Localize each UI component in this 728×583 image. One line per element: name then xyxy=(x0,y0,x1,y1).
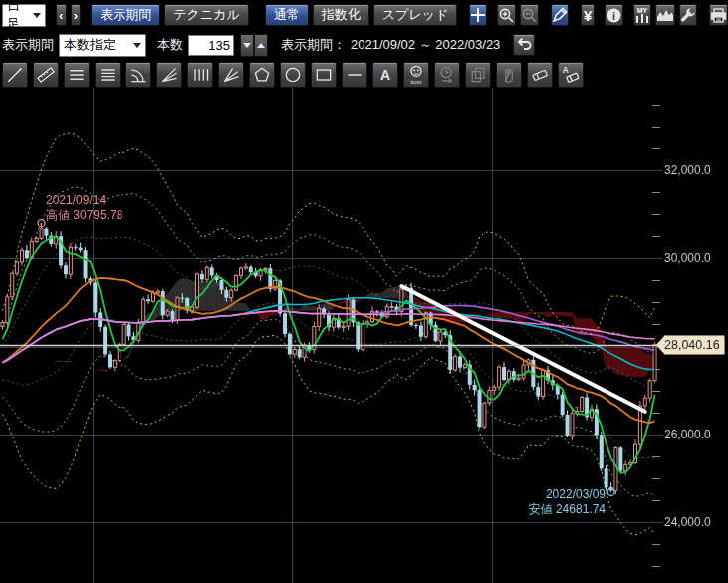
high-annotation-value: 高値 30795.78 xyxy=(46,208,122,223)
wrench-icon xyxy=(680,7,696,23)
triangle-down-icon xyxy=(243,43,251,48)
count-label: 本数 xyxy=(157,36,183,54)
circle-tool-button[interactable] xyxy=(280,62,306,88)
yen-icon: ¥ xyxy=(584,7,592,24)
move-drawing-tool-button[interactable] xyxy=(496,62,522,88)
price-chart-canvas[interactable] xyxy=(0,88,728,583)
return-arrow-icon xyxy=(516,37,532,53)
speed-lines-tool-button[interactable] xyxy=(156,62,182,88)
vertical-lines-icon xyxy=(190,65,210,85)
smiley-icon: icon xyxy=(405,64,427,86)
low-annotation-value: 安値 24681.74 xyxy=(466,502,606,517)
settings-button[interactable] xyxy=(679,4,697,26)
four-horizontal-lines-icon xyxy=(98,65,118,85)
normal-mode-button[interactable]: 通常 xyxy=(265,4,309,26)
zoom-in-button[interactable] xyxy=(497,4,516,26)
copy-icon xyxy=(468,65,488,85)
zoom-out-button[interactable] xyxy=(520,4,539,26)
zoom-in-icon xyxy=(498,7,515,24)
period-mode-value: 本数指定 xyxy=(64,36,116,54)
time-shift-tool-button[interactable] xyxy=(434,62,460,88)
pencil-icon xyxy=(552,7,568,23)
my-chart-label: MY xyxy=(637,7,648,14)
period-mode-select[interactable]: 本数指定 xyxy=(59,34,146,57)
fibonacci-arcs-tool-button[interactable] xyxy=(125,62,151,88)
high-annotation: 2021/09/14 高値 30795.78 xyxy=(46,193,122,223)
rectangle-icon xyxy=(314,65,334,85)
zoom-out-icon xyxy=(521,7,538,24)
price-tag-pointer-icon xyxy=(656,336,664,354)
high-annotation-date: 2021/09/14 xyxy=(46,193,122,208)
crosshair-icon xyxy=(470,7,486,23)
print-button[interactable] xyxy=(709,4,728,26)
last-price-value: 28,040.16 xyxy=(664,335,725,355)
eraser-icon xyxy=(530,65,550,85)
copy-drawing-tool-button[interactable] xyxy=(465,62,491,88)
main-toolbar: 日足 ‹ › 表示期間 テクニカル 通常 指数化 スプレッド ¥ i MY xyxy=(0,0,728,30)
display-period-button[interactable]: 表示期間 xyxy=(91,4,160,26)
chart-area: 2021/09/14 高値 30795.78 2022/03/09 安値 246… xyxy=(0,88,728,583)
last-price-tag: 28,040.16 xyxy=(656,335,725,355)
indexed-mode-button[interactable]: 指数化 xyxy=(313,4,369,26)
chart-app-window: { "toolbar1": { "timeframe": "日足", "prev… xyxy=(0,0,728,583)
pentagon-tool-button[interactable] xyxy=(249,62,275,88)
technical-button[interactable]: テクニカル xyxy=(164,4,249,26)
gann-fan-tool-button[interactable] xyxy=(218,62,244,88)
reset-period-button[interactable] xyxy=(513,34,535,56)
parallel-lines-tool-button[interactable] xyxy=(64,62,90,88)
trendline-icon xyxy=(5,65,25,85)
horizontal-line-icon xyxy=(345,65,364,85)
next-period-button[interactable]: › xyxy=(71,4,82,26)
svg-text:icon: icon xyxy=(411,78,422,84)
range-label: 表示期間： xyxy=(281,36,346,54)
timeframe-value: 日足 xyxy=(7,0,33,33)
prev-period-button[interactable]: ‹ xyxy=(56,4,67,26)
chevron-left-icon: ‹ xyxy=(59,8,63,23)
three-horizontal-lines-icon xyxy=(67,65,87,85)
chevron-down-icon xyxy=(33,13,41,18)
my-chart-button[interactable]: MY xyxy=(633,4,651,26)
y-axis-label: 30,000.0 xyxy=(664,251,726,265)
text-tool-button[interactable]: A xyxy=(372,62,398,88)
chevron-right-icon: › xyxy=(74,8,78,23)
info-icon: i xyxy=(606,7,622,24)
fan-lines-icon xyxy=(159,65,179,85)
angle-fan-icon xyxy=(221,65,241,85)
chart-type-button[interactable] xyxy=(655,4,675,26)
timeframe-select[interactable]: 日足 xyxy=(2,4,46,27)
period-label: 表示期間 xyxy=(2,36,54,54)
trendline-tool-button[interactable] xyxy=(2,62,28,88)
low-annotation: 2022/03/09 安値 24681.74 xyxy=(466,487,606,517)
eraser-tool-button[interactable] xyxy=(527,62,553,88)
low-annotation-date: 2022/03/09 xyxy=(466,487,606,502)
chevron-down-icon xyxy=(133,43,141,48)
bar-count-input[interactable] xyxy=(188,35,234,56)
info-button[interactable]: i xyxy=(605,4,623,26)
multi-parallel-lines-tool-button[interactable] xyxy=(95,62,121,88)
y-axis-label: 24,000.0 xyxy=(664,515,726,529)
ruler-icon xyxy=(36,65,56,85)
circle-icon xyxy=(283,65,303,85)
count-decrement-button[interactable] xyxy=(240,34,254,57)
fan-arcs-icon xyxy=(128,65,148,85)
svg-text:A: A xyxy=(563,66,569,75)
draw-mode-button[interactable] xyxy=(551,4,569,26)
range-value: 2021/09/02 ～ 2022/03/23 xyxy=(351,36,500,54)
pentagon-icon xyxy=(252,65,272,85)
spread-mode-button[interactable]: スプレッド xyxy=(373,4,458,26)
crosshair-button[interactable] xyxy=(469,4,487,26)
count-spinner xyxy=(240,34,268,57)
hand-select-icon xyxy=(499,65,519,85)
vertical-lines-tool-button[interactable] xyxy=(187,62,213,88)
erase-all-tool-button[interactable]: A xyxy=(558,62,584,88)
svg-text:i: i xyxy=(612,9,615,21)
y-axis-label: 32,000.0 xyxy=(664,163,726,177)
period-toolbar: 表示期間 本数指定 本数 表示期間： 2021/09/02 ～ 2022/03/… xyxy=(0,30,728,60)
clock-arrow-icon xyxy=(437,65,457,85)
icon-stamp-tool-button[interactable]: icon xyxy=(403,62,429,88)
count-increment-button[interactable] xyxy=(254,34,268,57)
ruler-tool-button[interactable] xyxy=(33,62,59,88)
horizontal-line-tool-button[interactable] xyxy=(342,62,367,88)
yen-display-button[interactable]: ¥ xyxy=(581,4,595,26)
rectangle-tool-button[interactable] xyxy=(311,62,337,88)
